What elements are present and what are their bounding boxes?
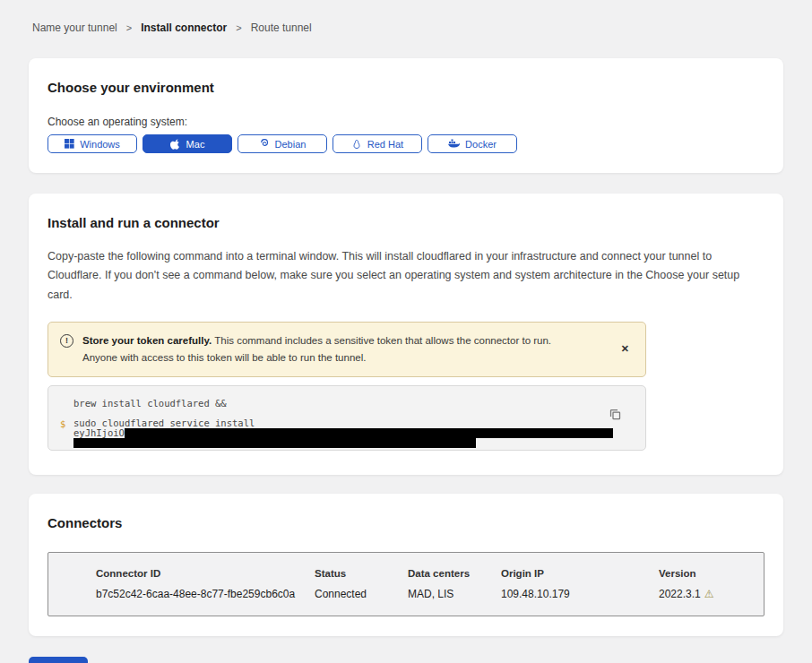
- copy-command-button[interactable]: [607, 406, 624, 426]
- install-command-codeblock[interactable]: $ brew install cloudflared && sudo cloud…: [48, 385, 646, 451]
- connectors-table-grid: Connector ID Status Data centers Origin …: [96, 568, 764, 600]
- version-value: 2022.3.1: [659, 588, 701, 600]
- cell-data-centers: MAD, LIS: [408, 588, 501, 600]
- breadcrumb: Name your tunnel > Install connector > R…: [32, 22, 812, 34]
- breadcrumb-separator: >: [126, 22, 132, 33]
- os-button-label: Red Hat: [367, 139, 403, 150]
- connectors-table: Connector ID Status Data centers Origin …: [48, 552, 764, 616]
- cell-status: Connected: [315, 588, 408, 600]
- version-warning-icon: ⚠: [704, 588, 714, 600]
- os-button-label: Debian: [275, 139, 307, 150]
- os-button-redhat[interactable]: Red Hat: [333, 134, 422, 153]
- token-warning-bold: Store your token carefully.: [82, 335, 212, 346]
- close-icon: ✕: [621, 343, 629, 354]
- redacted-token-bar-2: [73, 438, 476, 448]
- breadcrumb-install-connector[interactable]: Install connector: [141, 22, 227, 34]
- docker-icon: [448, 139, 460, 149]
- next-button[interactable]: Next: [29, 657, 88, 663]
- os-button-docker[interactable]: Docker: [428, 134, 517, 153]
- os-button-label: Windows: [80, 139, 120, 150]
- os-button-mac[interactable]: Mac: [143, 134, 232, 153]
- install-card-title: Install and run a connector: [48, 215, 758, 230]
- os-button-label: Mac: [186, 139, 205, 150]
- os-button-label: Docker: [465, 139, 497, 150]
- breadcrumb-name-your-tunnel[interactable]: Name your tunnel: [32, 22, 117, 34]
- cell-version: 2022.3.1⚠: [659, 588, 764, 600]
- breadcrumb-route-tunnel[interactable]: Route tunnel: [251, 22, 312, 34]
- copy-icon: [609, 410, 622, 424]
- col-header-origin-ip: Origin IP: [501, 568, 659, 588]
- os-button-windows[interactable]: Windows: [48, 134, 137, 153]
- os-button-group: Windows Mac Debian Red Hat Docker: [48, 134, 764, 153]
- windows-icon: [65, 139, 74, 149]
- redhat-icon: [351, 139, 362, 150]
- redacted-token-bar-1: [125, 428, 613, 438]
- install-connector-card: Install and run a connector Copy-paste t…: [29, 194, 783, 475]
- shell-prompt: $: [60, 418, 65, 429]
- os-select-label: Choose an operating system:: [48, 116, 764, 128]
- token-warning-banner: ! Store your token carefully. This comma…: [48, 322, 646, 377]
- environment-card-title: Choose your environment: [48, 80, 764, 95]
- cell-origin-ip: 109.48.10.179: [501, 588, 659, 600]
- col-header-connector-id: Connector ID: [96, 568, 315, 588]
- choose-environment-card: Choose your environment Choose an operat…: [29, 58, 783, 173]
- col-header-data-centers: Data centers: [408, 568, 501, 588]
- breadcrumb-separator: >: [236, 22, 241, 33]
- cell-connector-id: b7c52c42-6caa-48ee-8c77-fbe259cb6c0a: [96, 588, 315, 600]
- install-command-text: brew install cloudflared && sudo cloudfl…: [48, 386, 645, 448]
- connectors-card: Connectors Connector ID Status Data cent…: [29, 494, 783, 636]
- command-line-1: brew install cloudflared &&: [73, 398, 227, 409]
- connectors-card-title: Connectors: [48, 515, 764, 530]
- install-description: Copy-paste the following command into a …: [48, 247, 758, 305]
- col-header-status: Status: [315, 568, 408, 588]
- col-header-version: Version: [659, 568, 764, 588]
- debian-icon: [259, 139, 270, 150]
- banner-close-button[interactable]: ✕: [618, 341, 633, 357]
- token-prefix: eyJhIjoiO: [73, 427, 125, 438]
- alert-circle-icon: !: [60, 334, 73, 348]
- os-button-debian[interactable]: Debian: [238, 134, 327, 153]
- token-warning-text: Store your token carefully. This command…: [82, 332, 584, 366]
- apple-icon: [170, 139, 181, 150]
